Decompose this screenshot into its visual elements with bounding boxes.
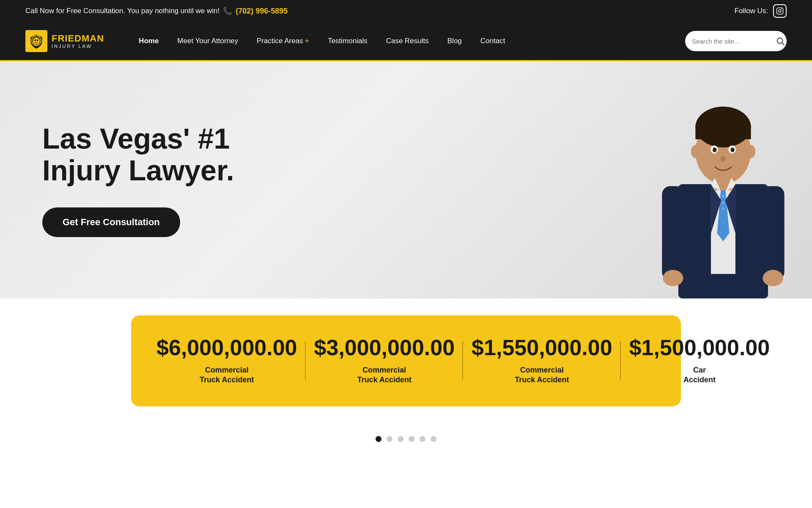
navbar: FRIEDMAN INJURY LAW Home Meet Your Attor…	[0, 22, 812, 60]
dot-3[interactable]	[398, 436, 403, 442]
dot-4[interactable]	[409, 436, 414, 442]
stat-label-2: CommercialTruck Accident	[357, 365, 411, 385]
search-button[interactable]	[776, 36, 785, 46]
stat-item-3: $1,550,000.00 CommercialTruck Accident	[463, 337, 621, 385]
nav-links: Home Meet Your Attorney Practice Areas +…	[129, 22, 685, 60]
logo-icon	[25, 30, 47, 52]
top-bar: Call Now for Free Consultation. You pay …	[0, 0, 812, 22]
stat-amount-2: $3,000,000.00	[314, 337, 455, 359]
svg-point-5	[37, 39, 38, 41]
hero-title: Las Vegas' #1 Injury Lawyer.	[42, 123, 296, 186]
stat-item-1: $6,000,000.00 CommercialTruck Accident	[148, 337, 306, 385]
stat-label-4: CarAccident	[683, 365, 716, 385]
svg-point-2	[781, 9, 782, 10]
dot-5[interactable]	[420, 436, 425, 442]
stats-card: $6,000,000.00 CommercialTruck Accident $…	[131, 315, 681, 406]
stat-amount-1: $6,000,000.00	[156, 337, 297, 359]
top-bar-phone[interactable]: (702) 996-5895	[236, 7, 288, 16]
svg-point-3	[33, 37, 40, 45]
top-bar-message: Call Now for Free Consultation. You pay …	[25, 7, 219, 15]
follow-label: Follow Us:	[735, 7, 768, 15]
stat-amount-3: $1,550,000.00	[472, 337, 612, 359]
nav-practice-areas[interactable]: Practice Areas +	[247, 22, 318, 60]
dot-6[interactable]	[431, 436, 436, 442]
stats-section: $6,000,000.00 CommercialTruck Accident $…	[0, 298, 812, 423]
carousel-dots	[0, 423, 812, 450]
attorney-svg	[651, 70, 795, 298]
nav-testimonials[interactable]: Testimonials	[318, 22, 377, 60]
svg-point-1	[779, 10, 781, 12]
hero-content: Las Vegas' #1 Injury Lawyer. Get Free Co…	[0, 123, 296, 237]
svg-rect-31	[762, 186, 785, 280]
top-bar-right: Follow Us:	[735, 4, 787, 18]
svg-point-14	[722, 207, 724, 210]
nav-home[interactable]: Home	[129, 22, 168, 60]
svg-point-32	[663, 270, 683, 287]
svg-point-13	[722, 202, 724, 204]
svg-point-25	[691, 145, 700, 158]
attorney-image	[634, 61, 812, 298]
nav-meet-attorney[interactable]: Meet Your Attorney	[168, 22, 247, 60]
dot-1[interactable]	[376, 436, 381, 442]
search-input[interactable]	[692, 38, 772, 45]
hero-section: Las Vegas' #1 Injury Lawyer. Get Free Co…	[0, 61, 812, 298]
instagram-icon[interactable]	[773, 4, 787, 18]
svg-point-22	[713, 147, 717, 152]
search-bar[interactable]	[685, 31, 787, 51]
top-bar-left: Call Now for Free Consultation. You pay …	[25, 6, 288, 16]
logo-name: FRIEDMAN	[52, 33, 104, 44]
svg-point-24	[721, 156, 726, 162]
logo-sub: INJURY LAW	[52, 44, 104, 49]
stat-label-3: CommercialTruck Accident	[515, 365, 569, 385]
nav-contact[interactable]: Contact	[471, 22, 515, 60]
stat-item-2: $3,000,000.00 CommercialTruck Accident	[306, 337, 464, 385]
svg-point-33	[763, 270, 783, 287]
stat-amount-4: $1,500,000.00	[629, 337, 770, 359]
svg-point-12	[722, 195, 724, 198]
dot-2[interactable]	[387, 436, 392, 442]
svg-line-8	[782, 43, 784, 45]
logo-text: FRIEDMAN INJURY LAW	[52, 33, 104, 49]
logo[interactable]: FRIEDMAN INJURY LAW	[25, 30, 104, 52]
svg-rect-0	[777, 8, 783, 14]
phone-icon: 📞	[223, 6, 232, 16]
svg-point-23	[730, 147, 735, 152]
svg-point-26	[746, 145, 755, 158]
svg-rect-19	[695, 125, 751, 139]
svg-rect-30	[662, 186, 684, 280]
get-consultation-button[interactable]: Get Free Consultation	[42, 207, 180, 237]
nav-blog[interactable]: Blog	[438, 22, 471, 60]
stat-label-1: CommercialTruck Accident	[200, 365, 254, 385]
nav-case-results[interactable]: Case Results	[377, 22, 438, 60]
svg-point-4	[35, 39, 36, 41]
stat-item-4: $1,500,000.00 CarAccident	[621, 337, 779, 385]
plus-icon: +	[305, 37, 310, 46]
